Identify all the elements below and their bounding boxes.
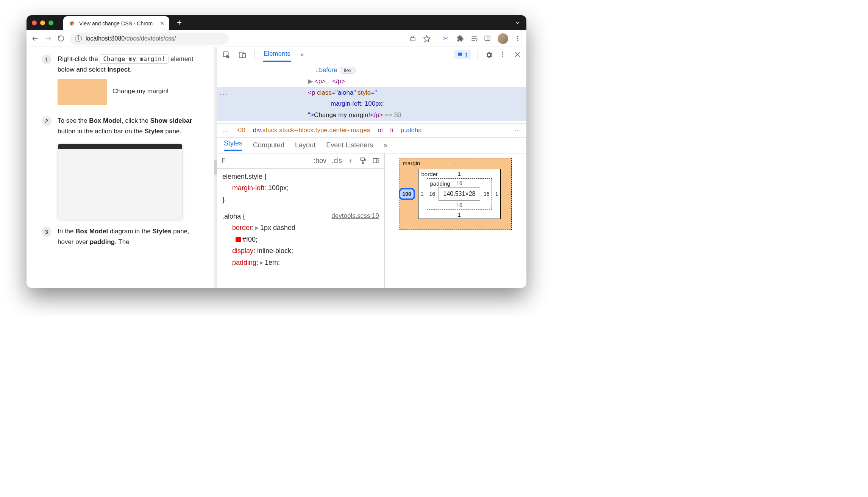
bc-item-selected[interactable]: p.aloha [401, 127, 422, 134]
svg-rect-20 [361, 158, 364, 161]
dom-p-close: </p> [332, 78, 345, 85]
margin-top-val[interactable]: - [455, 160, 457, 166]
maximize-window-icon[interactable] [48, 20, 53, 25]
bc-trunc-width: ·00 [236, 127, 245, 134]
bc-overflow[interactable]: ⋯ [515, 126, 521, 134]
device-toolbar-icon[interactable] [238, 51, 246, 58]
border-top-val[interactable]: 1 [458, 171, 461, 177]
t: To see the [58, 117, 89, 124]
box-model-border[interactable]: border 1 1 1 1 padding 16 16 16 16 [418, 169, 501, 219]
t: Styles [152, 228, 171, 235]
dom-expand-dots[interactable]: ⋯ [219, 87, 228, 102]
devtools-menu-icon[interactable] [499, 51, 507, 58]
padding-bottom-val[interactable]: 16 [456, 202, 462, 208]
doc-pane: 1 Right-click the Change my margin! elem… [27, 47, 214, 288]
hov-toggle[interactable]: :hov [314, 157, 326, 165]
new-rule-icon[interactable]: ＋ [347, 156, 354, 165]
padding-right-val[interactable]: 16 [484, 191, 490, 197]
step-3: 3 In the Box Model diagram in the Styles… [42, 226, 205, 247]
svg-point-9 [517, 36, 518, 37]
bc-item-ol[interactable]: ol [378, 127, 382, 134]
styles-tabs-overflow-icon[interactable]: » [384, 141, 387, 149]
dom-selected-node[interactable]: ⋯ <p class="aloha" style=" margin-left: … [217, 87, 526, 121]
padding-left-val[interactable]: 16 [429, 191, 436, 197]
inspect-element-icon[interactable] [222, 51, 230, 58]
val[interactable]: inline-block [257, 247, 291, 255]
minimize-window-icon[interactable] [40, 20, 45, 25]
tab-styles[interactable]: Styles [224, 139, 242, 151]
paint-icon[interactable] [359, 157, 367, 164]
val[interactable]: #f00 [242, 236, 256, 243]
close-window-icon[interactable] [32, 20, 37, 25]
reload-button[interactable] [57, 34, 65, 43]
prop[interactable]: display [222, 247, 253, 255]
dom-tree[interactable]: ::beforeflex ▶ <p>…</p> ⋯ <p class="aloh… [217, 62, 526, 123]
rule-aloha[interactable]: devtools.scss:19 .aloha { border:▸1px da… [217, 208, 384, 271]
box-model-margin[interactable]: margin - - - 100 border 1 1 1 1 paddin [400, 158, 512, 230]
site-info-icon[interactable]: i [75, 35, 82, 42]
side-panel-icon[interactable] [484, 35, 492, 42]
border-bottom-val[interactable]: 1 [458, 212, 461, 218]
address-bar[interactable]: i localhost:8080/docs/devtools/css/ [70, 33, 229, 45]
box-model-content-size[interactable]: 140.531×28 [439, 187, 481, 201]
color-swatch-icon[interactable] [236, 237, 241, 242]
prop[interactable]: padding [222, 259, 256, 266]
bc-ell[interactable]: … [222, 127, 229, 134]
t: pane. [164, 128, 181, 135]
reading-list-icon[interactable] [470, 35, 478, 42]
border-left-val[interactable]: 1 [421, 191, 424, 197]
forward-button[interactable] [44, 34, 52, 43]
box-model-padding[interactable]: padding 16 16 16 16 140.531×28 [427, 178, 492, 209]
border-right-val[interactable]: 1 [495, 191, 498, 197]
rule-source-link[interactable]: devtools.scss:19 [331, 211, 379, 222]
flex-badge[interactable]: flex [340, 67, 356, 74]
new-tab-button[interactable]: + [177, 18, 182, 28]
tab-elements[interactable]: Elements [263, 47, 291, 62]
bm-label-padding: padding [430, 180, 450, 187]
rule-element-style[interactable]: element.style { margin-left: 100px; } [217, 169, 384, 208]
step-2: 2 To see the Box Model, click the Show s… [42, 116, 205, 137]
issues-badge[interactable]: 1 [454, 50, 471, 59]
bookmark-star-icon[interactable] [423, 35, 431, 42]
settings-gear-icon[interactable] [485, 51, 492, 58]
chrome-menu-icon[interactable] [514, 35, 522, 42]
prop[interactable]: border [222, 224, 252, 231]
tab-layout[interactable]: Layout [295, 141, 315, 149]
bc-item-li[interactable]: li [390, 127, 393, 134]
val[interactable]: 1px dashed [260, 224, 295, 231]
change-my-margin-element[interactable]: Change my margin! [107, 79, 174, 105]
prop[interactable]: margin-left [222, 184, 264, 192]
margin-right-val[interactable]: - [507, 191, 509, 197]
close-devtools-icon[interactable] [514, 51, 521, 58]
inline-screenshot [58, 144, 183, 219]
padding-top-val[interactable]: 16 [456, 180, 462, 186]
styles-filter-input[interactable] [222, 157, 240, 164]
cls-toggle[interactable]: .cls [332, 157, 342, 165]
svg-rect-2 [411, 38, 415, 41]
close-tab-icon[interactable]: × [161, 20, 164, 27]
dom-dollar0: == $0 [383, 111, 401, 119]
t: Box Model [75, 228, 108, 235]
box-model-pane: margin - - - 100 border 1 1 1 1 paddin [384, 153, 526, 288]
val[interactable]: 1em [265, 259, 278, 266]
val[interactable]: 100px [268, 184, 287, 192]
tabs-overflow-icon[interactable]: » [300, 48, 304, 61]
margin-left-val-highlighted[interactable]: 100 [399, 188, 415, 200]
tab-computed[interactable]: Computed [253, 141, 284, 149]
back-button[interactable] [31, 34, 39, 43]
extensions-icon[interactable] [457, 35, 464, 42]
browser-tab[interactable]: View and change CSS - Chrom × [63, 16, 169, 31]
tab-overflow-icon[interactable] [514, 19, 521, 26]
dom-breadcrumb[interactable]: … ·00 div.stack.stack--block.type.center… [217, 123, 526, 138]
show-sidebar-icon[interactable] [372, 157, 380, 164]
profile-avatar[interactable] [498, 33, 508, 44]
scissors-extension-icon[interactable]: ✂ [443, 35, 451, 42]
rule-close: } [222, 194, 379, 206]
bc-item-div[interactable]: div.stack.stack--block.type.center-image… [253, 127, 370, 134]
tab-event-listeners[interactable]: Event Listeners [326, 141, 373, 149]
svg-marker-3 [424, 35, 430, 42]
pane-resize-handle[interactable] [214, 47, 217, 288]
margin-bottom-val[interactable]: - [455, 223, 457, 229]
t: button in the action bar on the [58, 128, 145, 135]
share-icon[interactable] [409, 35, 417, 42]
